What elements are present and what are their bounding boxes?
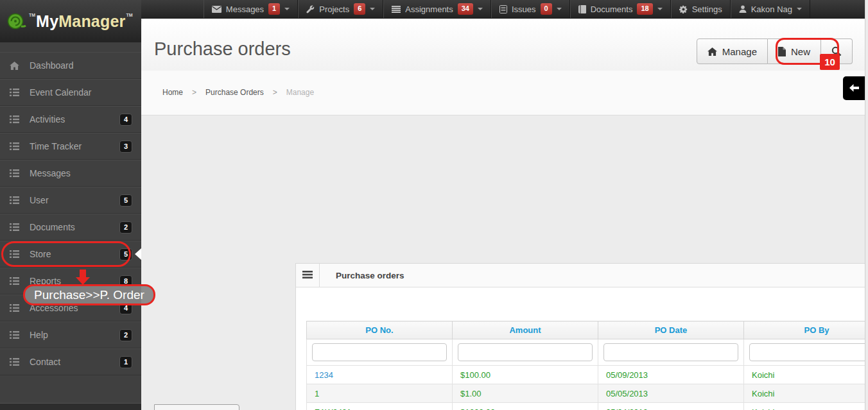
count-badge: 5 — [119, 248, 132, 261]
list-icon — [9, 250, 20, 258]
list-icon — [9, 223, 20, 231]
manage-button[interactable]: Manage — [697, 38, 768, 64]
breadcrumb-home[interactable]: Home — [162, 88, 183, 97]
nav-item-issues[interactable]: Issues 0 — [491, 0, 570, 18]
breadcrumb: Home > Purchase Orders > Manage — [162, 88, 314, 97]
count-badge: 4 — [119, 114, 132, 126]
panel-menu-button[interactable] — [296, 264, 320, 287]
sidebar-item-help[interactable]: Help 2 — [0, 321, 141, 348]
po-date-cell: 05/09/2013 — [598, 366, 744, 384]
filter-amount-input[interactable] — [458, 343, 593, 361]
sidebar-item-label: Dashboard — [30, 60, 74, 71]
breadcrumb-separator: > — [192, 88, 196, 97]
sidebar-item-dashboard[interactable]: Dashboard — [0, 52, 141, 79]
breadcrumb-purchase-orders[interactable]: Purchase Orders — [205, 88, 264, 97]
page-title: Purchase orders — [154, 38, 291, 60]
amount-cell: $1.00 — [453, 384, 598, 403]
nav-item-user-menu[interactable]: Kakon Nag — [731, 0, 810, 18]
nav-item-documents[interactable]: Documents 18 — [570, 0, 671, 18]
sidebar-item-user[interactable]: User 5 — [0, 187, 141, 214]
sidebar-item-label: Store — [30, 249, 51, 259]
trademark: TM — [126, 13, 132, 17]
home-icon — [9, 62, 20, 70]
count-badge: 6 — [354, 3, 365, 14]
sidebar-item-label: Help — [30, 330, 48, 340]
sidebar: TM MyManager TM Dashboard Event Calendar — [0, 0, 141, 410]
column-header-amount[interactable]: Amount — [453, 321, 598, 339]
filter-po-no-input[interactable] — [312, 343, 447, 361]
column-header-po-by[interactable]: PO By — [744, 321, 868, 339]
count-badge: 34 — [458, 3, 473, 14]
count-badge: 18 — [637, 3, 652, 14]
sidebar-item-label: Activities — [30, 114, 65, 124]
list-icon — [9, 142, 20, 150]
top-navbar: Messages 1 Projects 6 Assignments 34 Iss… — [141, 0, 868, 19]
app-window: TM MyManager TM Dashboard Event Calendar — [0, 0, 868, 410]
clipboard-icon — [499, 5, 507, 13]
sidebar-item-activities[interactable]: Activities 4 — [0, 106, 141, 133]
nav-item-settings[interactable]: Settings — [671, 0, 731, 18]
po-no-link[interactable]: 1 — [315, 389, 319, 398]
home-icon — [707, 47, 717, 56]
nav-label: Messages — [226, 4, 264, 14]
person-icon — [739, 5, 747, 13]
list-icon — [9, 331, 20, 339]
po-no-link[interactable]: ZAW3421 — [315, 407, 351, 410]
filter-po-by-input[interactable] — [749, 343, 868, 361]
sidebar-item-store[interactable]: Store 5 — [0, 241, 141, 268]
sidebar-item-label: Contact — [30, 357, 60, 367]
envelope-icon — [212, 6, 221, 13]
filter-po-date-input[interactable] — [603, 343, 738, 361]
list-icon — [9, 196, 20, 204]
breadcrumb-band: Home > Purchase Orders > Manage — [141, 71, 868, 115]
nav-label: Kakon Nag — [751, 4, 792, 14]
nav-item-assignments[interactable]: Assignments 34 — [383, 0, 491, 18]
count-badge: 3 — [119, 141, 132, 153]
breadcrumb-separator: > — [273, 88, 277, 97]
list-icon — [9, 115, 20, 123]
gear-icon — [679, 5, 688, 13]
scrollbar-gutter[interactable] — [865, 0, 868, 410]
sidebar-item-label: User — [30, 195, 49, 205]
table-row: ZAW3421 $1000.00 05/04/2013 Koichi Appro… — [307, 403, 868, 410]
po-no-link[interactable]: 1234 — [315, 370, 333, 380]
sidebar-item-label: Documents — [30, 222, 75, 232]
new-button[interactable]: New — [768, 38, 821, 64]
list-icon — [9, 358, 20, 366]
chevron-down-icon — [370, 8, 375, 10]
column-header-po-no[interactable]: PO No. — [307, 321, 453, 339]
chevron-down-icon — [284, 8, 290, 10]
table-header-row: PO No. Amount PO Date PO By Status Actio… — [307, 321, 868, 339]
po-by-cell: Koichi — [744, 366, 868, 384]
count-badge: 2 — [119, 329, 132, 341]
content-area: Purchase orders Displaying 1-11 of 11 re… — [141, 115, 868, 410]
sidebar-item-event-calendar[interactable]: Event Calendar — [0, 79, 141, 106]
sidebar-item-contact[interactable]: Contact 1 — [0, 348, 141, 375]
sidebar-item-messages[interactable]: Messages — [0, 160, 141, 187]
count-badge: 2 — [119, 221, 132, 234]
sidebar-item-time-tracker[interactable]: Time Tracker 3 — [0, 133, 141, 160]
nav-label: Projects — [319, 4, 349, 14]
nav-label: Settings — [692, 4, 722, 14]
app-logo[interactable]: TM MyManager TM — [0, 0, 141, 42]
amount-cell: $100.00 — [453, 366, 598, 384]
list-icon — [9, 169, 20, 177]
purchase-orders-panel: Purchase orders Displaying 1-11 of 11 re… — [295, 263, 868, 410]
chevron-down-icon — [478, 8, 483, 10]
hamburger-icon — [302, 269, 313, 281]
annotation-store-tooltip: Purchase>>P. Order — [23, 284, 155, 305]
nav-item-messages[interactable]: Messages 1 — [204, 0, 298, 18]
column-header-po-date[interactable]: PO Date — [598, 321, 744, 339]
list-icon — [9, 89, 20, 96]
purchase-orders-table: PO No. Amount PO Date PO By Status Actio… — [306, 321, 868, 410]
nav-label: Assignments — [405, 4, 453, 14]
nav-item-projects[interactable]: Projects 6 — [298, 0, 383, 18]
sidebar-item-documents[interactable]: Documents 2 — [0, 214, 141, 241]
collapse-panel-button[interactable] — [843, 76, 865, 100]
po-by-cell: Koichi — [744, 384, 868, 403]
new-button-label: New — [791, 46, 810, 57]
count-badge: 0 — [541, 3, 552, 14]
sidebar-menu: Dashboard Event Calendar Activities 4 T — [0, 52, 141, 375]
active-item-arrow — [135, 248, 141, 260]
list-icon — [392, 6, 401, 13]
